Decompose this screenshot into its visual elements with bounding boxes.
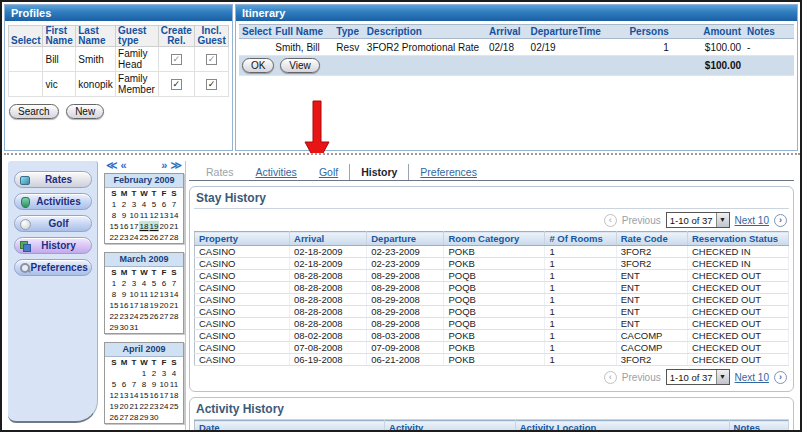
calendar-day[interactable]: 16 — [119, 221, 129, 232]
calendar-day[interactable]: 26 — [149, 232, 159, 243]
calendar-day[interactable]: 1 — [139, 368, 149, 379]
page-range-select[interactable]: 1-10 of 37▼ — [666, 212, 730, 228]
calendar-day[interactable]: 30 — [119, 322, 129, 333]
calendar-day[interactable]: 12 — [109, 390, 119, 401]
calendar-day[interactable]: 15 — [109, 221, 119, 232]
calendar-day[interactable]: 17 — [129, 300, 139, 311]
next-page-icon[interactable]: › — [774, 371, 787, 384]
sidebar-item-rates[interactable]: Rates — [14, 171, 92, 188]
tab-preferences[interactable]: Preferences — [409, 164, 488, 180]
calendar-day[interactable]: 18 — [139, 221, 149, 232]
calendar-day[interactable]: 2 — [119, 199, 129, 210]
calendar-day[interactable]: 22 — [109, 311, 119, 322]
calendar-day[interactable]: 13 — [119, 390, 129, 401]
calendar-day[interactable]: 28 — [129, 412, 139, 423]
calendar-day[interactable]: 21 — [129, 401, 139, 412]
tab-rates[interactable]: Rates — [195, 164, 244, 180]
sidebar-item-activities[interactable]: Activities — [14, 193, 92, 210]
calendar-day[interactable]: 8 — [109, 210, 119, 221]
calendar-day[interactable]: 5 — [149, 278, 159, 289]
calendar-day[interactable]: 16 — [119, 300, 129, 311]
calendar-day[interactable]: 23 — [119, 232, 129, 243]
sidebar-item-golf[interactable]: Golf — [14, 215, 92, 232]
calendar-day[interactable]: 7 — [169, 278, 179, 289]
calendar-day[interactable]: 25 — [139, 311, 149, 322]
incl-guest-checkbox[interactable]: ✓ — [206, 79, 217, 90]
calendar-day[interactable]: 27 — [159, 311, 169, 322]
calendar-day[interactable]: 10 — [159, 379, 169, 390]
calendar-day[interactable]: 6 — [159, 199, 169, 210]
calendar-day[interactable]: 8 — [139, 379, 149, 390]
calendar-day[interactable]: 25 — [169, 401, 179, 412]
calendar-day[interactable]: 4 — [139, 199, 149, 210]
calendar-day[interactable]: 19 — [149, 221, 159, 232]
calendar-day[interactable]: 22 — [109, 232, 119, 243]
calendar-day[interactable]: 9 — [119, 210, 129, 221]
calendar-day[interactable]: 18 — [139, 300, 149, 311]
calendar-day[interactable]: 28 — [169, 311, 179, 322]
calendar-day[interactable]: 24 — [129, 311, 139, 322]
create-rel-checkbox[interactable]: ✓ — [171, 54, 182, 65]
calendar-day[interactable]: 9 — [119, 289, 129, 300]
calendar-day[interactable]: 3 — [129, 278, 139, 289]
calendar-day[interactable]: 23 — [119, 311, 129, 322]
calendar-day[interactable]: 25 — [139, 232, 149, 243]
calendar-day[interactable]: 21 — [169, 300, 179, 311]
incl-guest-checkbox[interactable]: ✓ — [206, 54, 217, 65]
calendar-day[interactable]: 17 — [159, 390, 169, 401]
calendar-day[interactable]: 24 — [159, 401, 169, 412]
calendar-day[interactable]: 27 — [159, 232, 169, 243]
calendar-day[interactable]: 20 — [159, 221, 169, 232]
tab-history[interactable]: History — [349, 164, 409, 180]
search-button[interactable]: Search — [9, 104, 59, 119]
calendar-day[interactable]: 30 — [149, 412, 159, 423]
calendar-day[interactable]: 18 — [169, 390, 179, 401]
calendar-day[interactable]: 29 — [139, 412, 149, 423]
calendar-day[interactable]: 14 — [169, 289, 179, 300]
calendar-day[interactable]: 11 — [169, 379, 179, 390]
next-link[interactable]: Next 10 — [735, 215, 769, 226]
calendar-day[interactable]: 2 — [149, 368, 159, 379]
next-link[interactable]: Next 10 — [735, 372, 769, 383]
calendar-day[interactable]: 1 — [109, 278, 119, 289]
calendar-next-button[interactable]: » ≫ — [161, 159, 182, 171]
ok-button[interactable]: OK — [242, 58, 274, 73]
calendar-day[interactable]: 15 — [109, 300, 119, 311]
calendar-day[interactable]: 5 — [149, 199, 159, 210]
tab-golf[interactable]: Golf — [308, 164, 349, 180]
calendar-day[interactable]: 23 — [149, 401, 159, 412]
calendar-day[interactable]: 11 — [139, 210, 149, 221]
calendar-day[interactable]: 10 — [129, 289, 139, 300]
calendar-prev-button[interactable]: ≪ « — [106, 159, 127, 171]
calendar-day[interactable]: 11 — [139, 289, 149, 300]
calendar-day[interactable]: 19 — [109, 401, 119, 412]
view-button[interactable]: View — [280, 58, 320, 73]
calendar-day[interactable]: 19 — [149, 300, 159, 311]
calendar-day[interactable]: 3 — [129, 199, 139, 210]
calendar-day[interactable]: 24 — [129, 232, 139, 243]
calendar-day[interactable]: 14 — [169, 210, 179, 221]
calendar-day[interactable]: 6 — [159, 278, 169, 289]
calendar-day[interactable]: 17 — [129, 221, 139, 232]
calendar-day[interactable]: 16 — [149, 390, 159, 401]
calendar-day[interactable]: 31 — [129, 322, 139, 333]
calendar-day[interactable]: 13 — [159, 210, 169, 221]
sidebar-item-preferences[interactable]: Preferences — [14, 259, 92, 276]
create-rel-checkbox[interactable]: ✓ — [171, 79, 182, 90]
calendar-day[interactable]: 7 — [169, 199, 179, 210]
new-button[interactable]: New — [66, 104, 104, 119]
calendar-day[interactable]: 20 — [119, 401, 129, 412]
sidebar-item-history[interactable]: History — [14, 237, 92, 254]
calendar-day[interactable]: 3 — [159, 368, 169, 379]
calendar-day[interactable]: 4 — [169, 368, 179, 379]
calendar-day[interactable]: 8 — [109, 289, 119, 300]
calendar-day[interactable]: 26 — [149, 311, 159, 322]
calendar-day[interactable]: 13 — [159, 289, 169, 300]
calendar-day[interactable]: 26 — [109, 412, 119, 423]
calendar-day[interactable]: 10 — [129, 210, 139, 221]
calendar-day[interactable]: 1 — [109, 199, 119, 210]
calendar-day[interactable]: 21 — [169, 221, 179, 232]
page-range-select[interactable]: 1-10 of 37▼ — [666, 369, 730, 385]
calendar-day[interactable]: 15 — [139, 390, 149, 401]
calendar-day[interactable]: 28 — [169, 232, 179, 243]
